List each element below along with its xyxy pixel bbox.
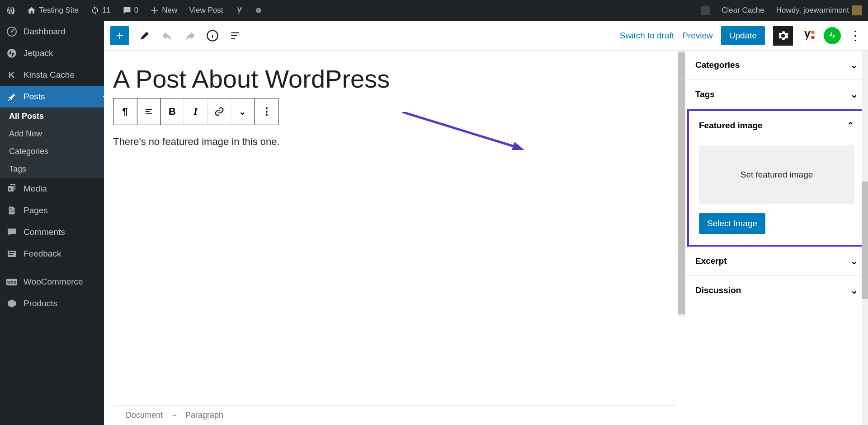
sidebar-item-comments[interactable]: Comments — [0, 221, 104, 243]
editor: + Switch to draft Preview Update ⋮ — [104, 21, 868, 425]
new-content[interactable]: New — [148, 6, 179, 15]
breadcrumb-paragraph[interactable]: Paragraph — [185, 411, 223, 420]
pin-icon — [6, 91, 17, 102]
edit-tool[interactable] — [137, 28, 152, 43]
redo-button[interactable] — [183, 28, 197, 43]
status-indicator[interactable] — [254, 8, 263, 13]
sidebar-item-media[interactable]: Media — [0, 178, 104, 200]
more-options[interactable]: ⋮ — [849, 28, 862, 43]
sidebar-item-pages[interactable]: Pages — [0, 200, 104, 221]
outline-button[interactable] — [228, 28, 242, 43]
new-label: New — [162, 6, 177, 15]
more-formatting[interactable]: ⌄ — [231, 98, 255, 125]
media-icon — [6, 183, 17, 194]
info-button[interactable] — [205, 28, 220, 43]
sidebar-label: Products — [24, 299, 57, 308]
panel-label: Featured image — [699, 121, 762, 131]
sidebar-item-feedback[interactable]: Feedback — [0, 243, 104, 265]
site-title: Testing Site — [39, 6, 79, 15]
posts-submenu: All Posts Add New Categories Tags — [0, 107, 104, 178]
panel-featured-image[interactable]: Featured image ⌃ — [689, 111, 864, 140]
chevron-up-icon: ⌃ — [847, 120, 854, 131]
sidebar-item-posts[interactable]: Posts — [0, 86, 104, 107]
switch-to-draft[interactable]: Switch to draft — [620, 31, 674, 41]
svg-point-3 — [9, 188, 11, 190]
updates-link[interactable]: 11 — [89, 6, 113, 15]
jetpack-editor-button[interactable] — [824, 27, 841, 44]
breadcrumb-document[interactable]: Document — [126, 411, 163, 420]
submenu-add-new[interactable]: Add New — [0, 125, 104, 143]
sidebar-item-kinsta[interactable]: K Kinsta Cache — [0, 64, 104, 86]
wordpress-icon — [6, 6, 15, 15]
sidebar-label: Media — [24, 184, 47, 194]
link-tool[interactable] — [208, 98, 231, 125]
panel-categories[interactable]: Categories ⌄ — [685, 51, 868, 79]
chevron-down-icon: ⌄ — [850, 256, 858, 266]
yoast-editor-button[interactable] — [801, 28, 816, 43]
submenu-all-posts[interactable]: All Posts — [0, 107, 104, 125]
woo-icon: woo — [6, 276, 17, 287]
gear-icon — [777, 30, 789, 42]
submenu-tags[interactable]: Tags — [0, 160, 104, 178]
sidebar-item-dashboard[interactable]: Dashboard — [0, 21, 104, 42]
content-area[interactable]: A Post About WordPress ¶ B I ⌄ ⋮ There's… — [104, 51, 685, 425]
sidebar-label: Pages — [24, 205, 48, 215]
preview-button[interactable]: Preview — [682, 31, 713, 41]
view-post[interactable]: View Post — [187, 6, 225, 15]
panel-label: Tags — [695, 89, 715, 99]
panel-discussion[interactable]: Discussion ⌄ — [685, 276, 868, 305]
italic-tool[interactable]: I — [184, 98, 208, 125]
panel-label: Discussion — [695, 285, 741, 295]
plus-icon: + — [116, 28, 123, 43]
arrow-right-icon: → — [170, 411, 178, 420]
undo-button[interactable] — [160, 28, 175, 43]
comments-link[interactable]: 0 — [121, 6, 140, 15]
sidebar-label: Feedback — [24, 249, 61, 259]
content-scrollbar[interactable] — [678, 51, 685, 317]
panel-label: Categories — [695, 60, 740, 70]
products-icon — [6, 298, 17, 309]
wp-logo[interactable] — [5, 6, 17, 15]
dashboard-icon — [6, 26, 17, 37]
refresh-icon — [90, 6, 99, 15]
submenu-categories[interactable]: Categories — [0, 143, 104, 160]
sidebar-label: Jetpack — [24, 48, 53, 58]
scrollbar-thumb[interactable] — [678, 52, 685, 314]
align-tool[interactable] — [137, 98, 160, 125]
block-more[interactable]: ⋮ — [255, 98, 278, 125]
feedback-icon — [6, 248, 17, 259]
post-title[interactable]: A Post About WordPress — [113, 64, 676, 93]
sidebar-label: Kinsta Cache — [24, 70, 75, 80]
add-block-button[interactable]: + — [110, 26, 129, 45]
chevron-down-icon: ⌄ — [850, 89, 858, 100]
bold-tool[interactable]: B — [160, 98, 184, 125]
pilcrow-icon: ¶ — [122, 106, 127, 117]
panel-scrollbar[interactable] — [862, 51, 868, 425]
notifications[interactable] — [699, 6, 712, 15]
site-link[interactable]: Testing Site — [25, 6, 80, 15]
post-body[interactable]: There's no featured image in this one. — [113, 136, 676, 148]
clear-cache-button[interactable]: Clear Cache — [720, 6, 766, 15]
page-icon — [6, 205, 17, 216]
select-image-button[interactable]: Select Image — [699, 213, 765, 234]
update-button[interactable]: Update — [721, 26, 765, 45]
scrollbar-thumb[interactable] — [862, 182, 868, 299]
updates-count: 11 — [102, 6, 111, 15]
yoast-link[interactable] — [233, 6, 246, 15]
sidebar-item-products[interactable]: Products — [0, 293, 104, 314]
jetpack-icon — [827, 31, 837, 41]
set-featured-image-label: Set featured image — [741, 170, 813, 180]
sidebar-item-woo[interactable]: woo WooCommerce — [0, 271, 104, 293]
panel-excerpt[interactable]: Excerpt ⌄ — [685, 247, 868, 276]
chevron-down-icon: ⌄ — [850, 60, 858, 70]
jetpack-icon — [6, 48, 17, 59]
set-featured-image[interactable]: Set featured image — [699, 145, 854, 204]
paragraph-tool[interactable]: ¶ — [113, 98, 137, 125]
user-menu[interactable]: Howdy, joewarnimont — [774, 5, 863, 15]
svg-point-1 — [11, 31, 13, 33]
settings-button[interactable] — [773, 26, 793, 46]
panel-tags[interactable]: Tags ⌄ — [685, 80, 868, 109]
svg-point-2 — [7, 49, 16, 58]
yoast-icon — [235, 6, 244, 15]
sidebar-item-jetpack[interactable]: Jetpack — [0, 42, 104, 64]
